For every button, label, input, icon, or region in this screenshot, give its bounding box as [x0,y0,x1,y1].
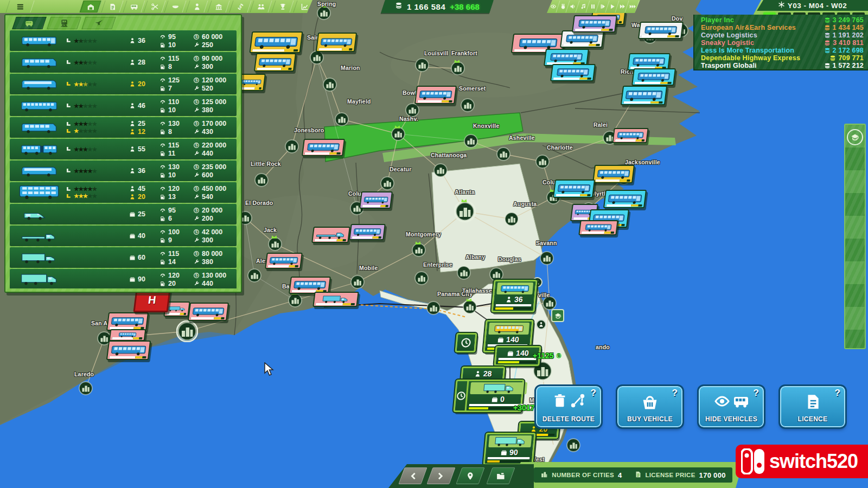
player-vehicle-card[interactable]: 36 [491,280,537,312]
vehicle-row[interactable]: 25956S20 000200 [10,204,237,224]
graduation-cap-icon[interactable] [847,129,863,145]
competitor-vehicle-tag[interactable] [316,33,357,52]
vehicle-row[interactable]: ★★★★★3613010S235 000600 [10,160,237,181]
competitor-vehicle-tag[interactable] [638,22,684,39]
city-marker-somerset[interactable] [461,98,475,112]
vehicle-row[interactable]: ★★★★★5511511S220 000440 [10,139,237,159]
city-marker-mayfield[interactable] [335,112,349,126]
city-marker-jack[interactable] [268,237,282,251]
action-button-hide-vehicles[interactable]: HIDE VEHICLES? [699,386,764,427]
competitor-vehicle-tag[interactable] [414,86,457,104]
city-marker-ville[interactable] [542,296,557,310]
toolbar-button-route-scissors[interactable] [143,1,165,12]
toolbar-button-staff[interactable] [250,1,272,12]
vehicle-row[interactable]: ★★★★★281158S90 000300 [10,52,237,73]
city-marker-marion[interactable] [323,78,337,92]
city-marker-laredo[interactable] [79,381,93,395]
player-vehicle-card[interactable]: 90 [483,433,535,465]
competitor-vehicle-tag[interactable] [265,253,303,269]
toolbar-button-licence[interactable] [101,1,123,12]
city-marker-chattanooga[interactable] [433,163,448,177]
city-marker-littlerock[interactable] [254,173,269,187]
locate-button[interactable] [456,467,484,484]
city-marker-mobile[interactable] [350,275,365,289]
action-button-buy-vehicle[interactable]: BUY VEHICLE? [617,386,682,427]
city-marker-tallahassee[interactable] [463,300,477,314]
action-button-delete-route[interactable]: DELETE ROUTE? [536,386,601,427]
city-marker-enterprise[interactable] [414,271,429,285]
competitor-vehicle-tag[interactable] [572,15,617,33]
education-side-strip[interactable] [844,124,866,349]
city-marker-alexandri[interactable] [247,268,261,282]
city-marker-asheville[interactable] [496,147,510,161]
competitor-vehicle-tag[interactable] [592,165,635,183]
competitor-vehicle-tag[interactable] [553,179,595,198]
competitor-vehicle-tag[interactable]: H [133,290,170,312]
city-marker-nashv[interactable] [391,127,405,141]
action-button-licence[interactable]: LICENCE? [780,386,845,427]
competitor-vehicle-tag[interactable] [631,68,676,86]
routes-folder-button[interactable] [486,467,515,484]
player-vehicle-card[interactable]: 140 [494,346,541,366]
prev-button[interactable] [398,467,427,484]
menu-button[interactable] [5,1,34,12]
vehicle-row[interactable]: ★★★★★369510S60 000250 [10,30,237,51]
toolbar-button-driver-cap[interactable] [164,1,186,12]
competitor-vehicle-tag[interactable] [109,329,146,341]
competitor-vehicle-tag[interactable] [254,53,296,72]
vehicle-row[interactable]: ★★★★★4611010S125 000380 [10,95,237,116]
help-badge[interactable]: ? [835,388,840,399]
city-marker[interactable] [176,320,198,342]
competitor-vehicle-tag[interactable] [188,303,229,321]
help-badge[interactable]: ? [754,388,759,399]
vehicle-row[interactable]: 6011514S80 000380 [10,247,237,268]
vehicle-row[interactable]: ★★★★★★★★★★452012013S450 000540 [10,182,237,203]
tab-plane[interactable] [81,17,116,29]
vehicle-row[interactable]: ★★★★★201257S120 000520 [10,74,237,94]
competitor-vehicle-tag[interactable] [578,220,618,235]
city-marker-decatur[interactable] [380,176,394,190]
city-marker-savann[interactable] [540,251,554,265]
toolbar-button-loan[interactable]: $ [229,1,251,12]
competitor-vehicle-tag[interactable] [612,128,648,143]
toolbar-button-trophy[interactable] [271,1,293,12]
vehicle-row[interactable]: ★★★★★★★★★★25121308S170 000430 [10,117,237,138]
tab-train[interactable] [47,17,81,29]
city-marker-louisvill[interactable] [415,58,429,72]
help-badge[interactable]: ? [672,388,678,399]
city-marker-baton[interactable] [288,293,302,307]
city-marker-albany[interactable] [457,266,471,280]
city-marker-spring[interactable] [317,6,331,20]
tab-bus[interactable] [12,17,46,29]
competitor-vehicle-tag[interactable] [550,64,596,81]
competitor-vehicle-tag[interactable] [312,292,359,307]
city-marker-bowling[interactable] [405,103,419,117]
vehicle-row[interactable]: 401009S42 000300 [10,226,237,246]
city-marker-charlotte[interactable] [535,155,550,169]
city-marker-frankfort[interactable] [451,61,465,75]
toolbar-button-bus[interactable] [123,1,145,12]
help-badge[interactable]: ? [591,388,596,399]
competitor-vehicle-tag[interactable] [560,30,604,48]
city-marker-west[interactable] [566,438,580,452]
toolbar-button-station[interactable] [79,1,101,12]
vehicle-row[interactable]: 9012020S130 000440 [10,269,237,288]
city-marker-saint[interactable] [310,50,324,65]
player-vehicle-card[interactable] [455,333,477,352]
competitor-vehicle-tag[interactable] [621,86,667,105]
player-vehicle-card[interactable]: 0 [453,380,524,412]
waiting-passenger-icon[interactable] [536,319,546,330]
competitor-vehicle-tag[interactable] [106,341,151,360]
competitor-vehicle-tag[interactable] [302,139,345,156]
city-marker-panamacity[interactable] [426,301,441,315]
competitor-vehicle-tag[interactable] [250,31,303,53]
city-marker-augusta[interactable] [505,212,519,226]
next-button[interactable] [426,467,455,484]
toolbar-button-passenger[interactable] [186,1,208,12]
city-marker-jonesboro[interactable] [285,139,299,153]
city-marker-montgomery[interactable] [412,243,426,257]
competitor-vehicle-tag[interactable] [106,312,149,331]
city-marker-atlanta[interactable] [454,201,476,222]
education-spot-icon[interactable] [551,309,564,322]
competitor-vehicle-tag[interactable] [349,224,386,240]
